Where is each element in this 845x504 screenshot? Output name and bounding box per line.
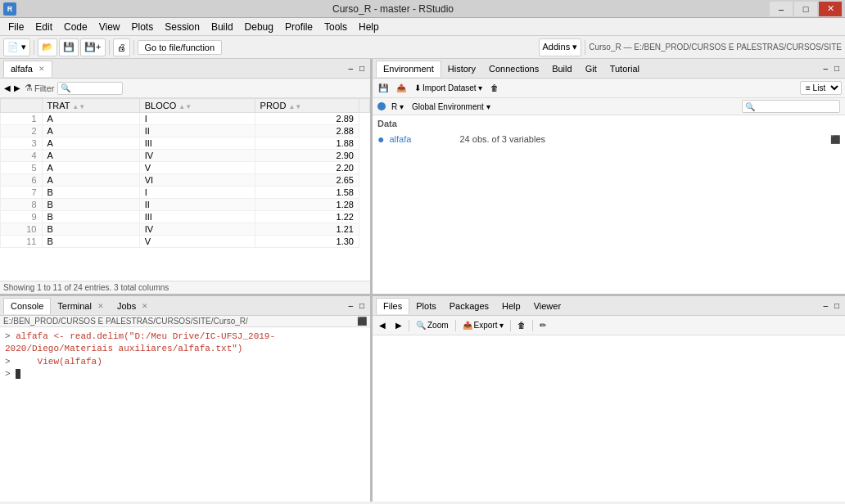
col-header-trat[interactable]: TRAT ▲▼ bbox=[42, 99, 139, 113]
data-pane-maximize[interactable]: □ bbox=[357, 63, 367, 74]
minimize-button[interactable]: – bbox=[770, 2, 793, 16]
console-path-icon[interactable]: ⬛ bbox=[357, 317, 367, 326]
save-all-button[interactable]: 💾+ bbox=[80, 38, 105, 56]
close-button[interactable]: ✕ bbox=[819, 2, 842, 16]
zoom-button[interactable]: 🔍 Zoom bbox=[413, 320, 452, 331]
tab-files[interactable]: Files bbox=[376, 298, 409, 314]
menu-edit[interactable]: Edit bbox=[30, 20, 57, 34]
maximize-button[interactable]: □ bbox=[794, 2, 817, 16]
menu-plots[interactable]: Plots bbox=[127, 20, 159, 34]
load-workspace-button[interactable]: 📤 bbox=[394, 83, 409, 93]
tab-console[interactable]: Console bbox=[3, 298, 51, 314]
export-button[interactable]: 📤 Export ▾ bbox=[459, 320, 508, 331]
plot-back-button[interactable]: ◀ bbox=[376, 320, 389, 331]
filter-label[interactable]: ⚗ Filter bbox=[25, 83, 54, 93]
tab-environment[interactable]: Environment bbox=[376, 61, 441, 77]
top-row: alfafa ✕ – □ ◀ ▶ ⚗ Filter bbox=[0, 59, 845, 296]
menu-code[interactable]: Code bbox=[59, 20, 93, 34]
row-cell-1: B bbox=[42, 223, 139, 236]
env-pane-maximize[interactable]: □ bbox=[832, 63, 842, 74]
terminal-tab-close[interactable]: ✕ bbox=[97, 302, 104, 310]
env-search-input[interactable] bbox=[742, 100, 840, 113]
menu-file[interactable]: File bbox=[3, 20, 29, 34]
nav-back-button[interactable]: ◀ bbox=[3, 83, 11, 93]
clear-console-button[interactable]: 🗑 bbox=[488, 83, 501, 93]
nav-forward-button[interactable]: ▶ bbox=[13, 83, 21, 93]
save-button[interactable]: 💾 bbox=[59, 38, 79, 56]
row-cell-2: I bbox=[139, 113, 255, 125]
row-cell-1: B bbox=[42, 211, 139, 223]
files-pane-controls: – □ bbox=[820, 300, 842, 311]
jobs-tab-close[interactable]: ✕ bbox=[142, 302, 148, 310]
tab-packages[interactable]: Packages bbox=[443, 298, 495, 314]
tab-build[interactable]: Build bbox=[545, 61, 578, 77]
menu-tools[interactable]: Tools bbox=[319, 20, 352, 34]
global-env-dropdown[interactable]: Global Environment ▾ bbox=[409, 101, 493, 112]
console-line-cont: 2020/Diego/Materiais auxiliares/alfafa.t… bbox=[5, 343, 365, 355]
menu-view[interactable]: View bbox=[94, 20, 125, 34]
import-dataset-button[interactable]: ⬇ Import Dataset ▾ bbox=[412, 83, 485, 93]
window-title: Curso_R - master - RStudio bbox=[16, 3, 770, 15]
tab-help[interactable]: Help bbox=[495, 298, 527, 314]
files-pane-maximize[interactable]: □ bbox=[832, 300, 842, 311]
env-section-data: Data bbox=[377, 119, 840, 128]
addins-button[interactable]: Addins ▾ bbox=[539, 38, 582, 56]
plot-forward-button[interactable]: ▶ bbox=[392, 320, 405, 331]
window-controls: – □ ✕ bbox=[770, 2, 842, 16]
main-toolbar: 📄 ▾ 📂 💾 💾+ 🖨 Go to file/function Addins … bbox=[0, 36, 845, 59]
table-row: 4AIV2.90 bbox=[1, 150, 370, 162]
data-tab-alfafa[interactable]: alfafa ✕ bbox=[3, 61, 52, 77]
tab-tutorial[interactable]: Tutorial bbox=[603, 61, 646, 77]
tab-close-icon[interactable]: ✕ bbox=[38, 65, 45, 73]
menu-help[interactable]: Help bbox=[354, 20, 384, 34]
zoom-icon: 🔍 bbox=[416, 321, 426, 330]
menu-debug[interactable]: Debug bbox=[240, 20, 278, 34]
tab-terminal[interactable]: Terminal ✕ bbox=[51, 298, 111, 314]
view-mode-dropdown[interactable]: ≡ List Grid bbox=[800, 81, 842, 95]
tab-plots[interactable]: Plots bbox=[409, 298, 442, 314]
row-cell-3: 1.88 bbox=[255, 137, 359, 150]
toolbar-separator-2 bbox=[109, 40, 110, 55]
tab-connections[interactable]: Connections bbox=[482, 61, 545, 77]
row-cell-3: 1.22 bbox=[255, 211, 359, 223]
row-cell-2: IV bbox=[139, 150, 255, 162]
delete-plot-button[interactable]: 🗑 bbox=[514, 320, 529, 331]
open-file-button[interactable]: 📂 bbox=[38, 38, 57, 56]
menu-session[interactable]: Session bbox=[160, 20, 205, 34]
refresh-button[interactable]: ✏ bbox=[536, 320, 549, 331]
console-line-3: > bbox=[5, 368, 365, 380]
row-num-cell: 9 bbox=[1, 211, 43, 223]
tab-jobs[interactable]: Jobs ✕ bbox=[111, 298, 155, 314]
console-content[interactable]: > alfafa <- read.delim("D:/Meu Drive/IC-… bbox=[0, 327, 370, 502]
env-r-left: R ▾ Global Environment ▾ bbox=[377, 101, 493, 112]
r-circle-icon bbox=[377, 102, 386, 110]
toolbar-separator-1 bbox=[34, 40, 34, 55]
console-pane-minimize[interactable]: – bbox=[346, 300, 355, 311]
env-pane-controls: – □ bbox=[820, 63, 842, 74]
filter-search-input[interactable] bbox=[57, 82, 123, 95]
go-to-file-button[interactable]: Go to file/function bbox=[138, 40, 223, 55]
r-dropdown[interactable]: R ▾ bbox=[389, 101, 406, 112]
files-pane-minimize[interactable]: – bbox=[820, 300, 830, 311]
new-file-button[interactable]: 📄 ▾ bbox=[3, 38, 30, 56]
tab-history[interactable]: History bbox=[441, 61, 482, 77]
expand-icon[interactable]: ⬛ bbox=[830, 135, 840, 144]
col-header-bloco[interactable]: BLOCO ▲▼ bbox=[139, 99, 255, 113]
env-pane-minimize[interactable]: – bbox=[820, 63, 830, 74]
files-toolbar-sep-4 bbox=[532, 320, 533, 331]
menu-profile[interactable]: Profile bbox=[280, 20, 318, 34]
menu-build[interactable]: Build bbox=[206, 20, 238, 34]
tab-git[interactable]: Git bbox=[579, 61, 603, 77]
tab-viewer[interactable]: Viewer bbox=[527, 298, 567, 314]
environment-pane: Environment History Connections Build Gi… bbox=[373, 59, 845, 294]
save-history-button[interactable]: 💾 bbox=[376, 83, 391, 93]
row-num-cell: 2 bbox=[1, 125, 43, 137]
col-header-prod[interactable]: PROD ▲▼ bbox=[255, 99, 359, 113]
env-item-name[interactable]: alfafa bbox=[389, 134, 454, 144]
data-pane-minimize[interactable]: – bbox=[346, 63, 355, 74]
console-pane-maximize[interactable]: □ bbox=[357, 300, 367, 311]
row-cell-2: V bbox=[139, 162, 255, 174]
row-cell-2: III bbox=[139, 211, 255, 223]
env-item-icon[interactable]: ● bbox=[377, 133, 384, 146]
print-button[interactable]: 🖨 bbox=[113, 38, 130, 56]
